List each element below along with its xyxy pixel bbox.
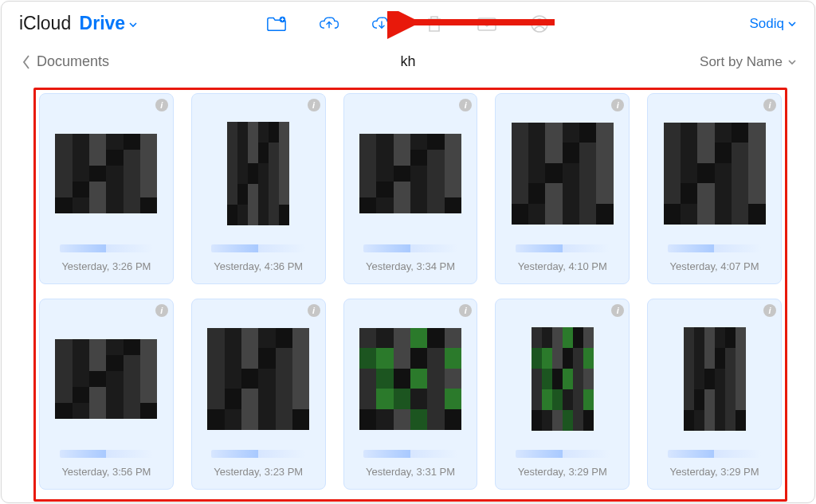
file-tile[interactable]: iYesterday, 3:23 PM [191,299,326,490]
file-tile[interactable]: iYesterday, 4:07 PM [647,93,782,284]
file-thumbnail [200,108,317,238]
file-grid-selection: iYesterday, 3:26 PMiYesterday, 4:36 PMiY… [33,88,787,502]
file-timestamp: Yesterday, 3:29 PM [670,466,759,478]
file-timestamp: Yesterday, 3:34 PM [366,260,455,272]
file-thumbnail [352,314,469,443]
svg-point-3 [537,18,542,23]
info-icon[interactable]: i [155,99,168,111]
svg-rect-1 [478,18,496,30]
file-name-placeholder [211,450,304,458]
file-thumbnail [352,108,469,238]
file-name-placeholder [60,450,153,458]
chevron-left-icon [21,54,32,70]
file-name-placeholder [668,244,761,252]
new-folder-button[interactable] [266,14,287,34]
cloud-upload-button[interactable] [319,14,339,34]
sub-bar: Documents kh Sort by Name [2,41,814,78]
user-name: Sodiq [750,16,784,32]
sort-menu[interactable]: Sort by Name [700,54,797,70]
toolbar [266,14,550,34]
info-icon[interactable]: i [763,304,776,317]
icloud-drive-window: iCloud Drive [1,1,815,503]
top-bar: iCloud Drive [2,2,814,41]
chevron-down-icon [128,18,138,33]
file-timestamp: Yesterday, 4:36 PM [214,260,303,272]
sort-label: Sort by Name [700,54,783,70]
brand-dropdown[interactable]: iCloud Drive [19,13,138,34]
file-timestamp: Yesterday, 3:23 PM [214,466,303,478]
file-thumbnail [656,108,773,238]
file-tile[interactable]: iYesterday, 3:26 PM [39,93,174,284]
file-thumbnail [504,108,621,238]
file-timestamp: Yesterday, 4:07 PM [670,260,759,272]
file-thumbnail [656,314,773,443]
brand-part1: iCloud [19,13,71,34]
file-thumbnail [48,108,165,238]
info-icon[interactable]: i [459,304,472,317]
info-icon[interactable]: i [308,99,320,111]
account-button[interactable] [529,14,550,34]
mail-button[interactable] [477,14,497,34]
back-label: Documents [37,53,109,70]
file-tile[interactable]: iYesterday, 3:34 PM [343,93,478,284]
file-name-placeholder [363,244,457,252]
file-timestamp: Yesterday, 3:31 PM [366,466,455,478]
user-menu[interactable]: Sodiq [750,16,797,32]
file-tile[interactable]: iYesterday, 3:29 PM [647,299,782,490]
file-name-placeholder [516,244,609,252]
back-button[interactable]: Documents [21,53,109,70]
file-thumbnail [504,314,621,443]
file-name-placeholder [363,450,457,458]
info-icon[interactable]: i [459,99,472,111]
file-tile[interactable]: iYesterday, 3:31 PM [343,299,478,490]
file-timestamp: Yesterday, 3:29 PM [518,466,607,478]
chevron-down-icon [787,19,797,29]
file-name-placeholder [516,450,609,458]
file-tile[interactable]: iYesterday, 3:29 PM [495,299,630,490]
file-timestamp: Yesterday, 3:26 PM [61,260,151,272]
file-tile[interactable]: iYesterday, 3:56 PM [39,299,174,490]
file-name-placeholder [668,450,761,458]
file-name-placeholder [211,244,304,252]
folder-title: kh [400,53,415,70]
file-tile[interactable]: iYesterday, 4:36 PM [191,93,326,284]
delete-button[interactable] [424,14,445,34]
chevron-down-icon [787,57,797,67]
file-timestamp: Yesterday, 3:56 PM [61,466,151,478]
info-icon[interactable]: i [763,99,776,111]
info-icon[interactable]: i [308,304,320,317]
file-thumbnail [48,314,165,443]
info-icon[interactable]: i [611,99,624,111]
file-timestamp: Yesterday, 4:10 PM [518,260,607,272]
brand-part2: Drive [80,13,126,34]
info-icon[interactable]: i [155,304,168,317]
file-thumbnail [200,314,317,443]
file-tile[interactable]: iYesterday, 4:10 PM [495,93,630,284]
info-icon[interactable]: i [611,304,624,317]
file-name-placeholder [60,244,153,252]
cloud-download-button[interactable] [371,14,392,34]
